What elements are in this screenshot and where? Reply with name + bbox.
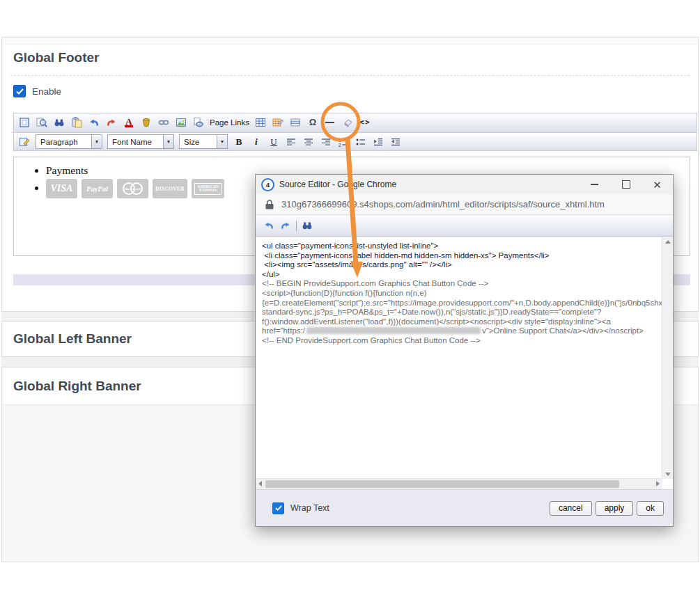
fullscreen-icon[interactable] bbox=[18, 116, 31, 129]
paragraph-dropdown[interactable]: Paragraph▼ bbox=[36, 134, 102, 149]
enable-checkbox-row[interactable]: Enable bbox=[13, 85, 61, 97]
scroll-left-arrow-icon[interactable] bbox=[258, 481, 262, 486]
chevron-down-icon[interactable]: ▼ bbox=[91, 135, 102, 148]
scroll-up-arrow-icon[interactable] bbox=[665, 240, 671, 244]
source-code-textarea[interactable]: <ul class="payment-icons list-unstyled l… bbox=[256, 237, 662, 479]
global-footer-title: Global Footer bbox=[13, 50, 100, 65]
dialog-buttons: cancelapplyok bbox=[550, 501, 664, 516]
global-left-banner-title: Global Left Banner bbox=[13, 331, 132, 347]
checkmark-icon bbox=[16, 88, 24, 95]
enable-checkbox[interactable] bbox=[13, 85, 26, 97]
window-title: Source Editor - Google Chrome bbox=[279, 180, 396, 189]
find-icon[interactable] bbox=[53, 116, 65, 129]
redacted-url bbox=[306, 327, 481, 334]
scroll-right-arrow-icon[interactable] bbox=[656, 481, 660, 486]
table-icon[interactable] bbox=[254, 116, 267, 129]
vertical-scrollbar[interactable] bbox=[662, 237, 673, 479]
image-icon[interactable] bbox=[175, 116, 187, 129]
italic-icon[interactable]: i bbox=[250, 136, 263, 148]
maximize-button[interactable] bbox=[610, 175, 641, 194]
enable-checkbox-label: Enable bbox=[32, 86, 61, 97]
source-code-icon[interactable]: <> bbox=[359, 116, 371, 129]
font-name-dropdown[interactable]: Font Name▼ bbox=[107, 134, 174, 149]
close-button[interactable]: ✕ bbox=[641, 175, 673, 194]
visa-card-badge: VISA bbox=[46, 179, 77, 198]
source-editor-footer: Wrap Text cancelapplyok bbox=[256, 489, 673, 526]
apply-button[interactable]: apply bbox=[596, 501, 634, 516]
source-editor-toolbar bbox=[256, 215, 673, 237]
global-right-banner-title: Global Right Banner bbox=[13, 379, 141, 394]
special-char-icon[interactable]: Ω bbox=[306, 116, 319, 129]
table-edit-icon[interactable] bbox=[272, 116, 284, 129]
code-line: </ul> bbox=[262, 270, 662, 280]
code-line: standard-sync.js?ps_h=POAB&ps_t="+Date.n… bbox=[262, 308, 662, 317]
dashed-separator bbox=[10, 75, 690, 76]
maximize-icon bbox=[622, 180, 630, 189]
code-line: <ul class="payment-icons list-unstyled l… bbox=[262, 241, 662, 251]
redo-icon[interactable] bbox=[105, 116, 118, 129]
wrap-text-label: Wrap Text bbox=[290, 503, 329, 513]
editor-toolbar-row-2: Paragraph▼Font Name▼Size▼BiU12 bbox=[13, 132, 697, 151]
underline-icon[interactable]: U bbox=[267, 136, 280, 148]
bold-icon[interactable]: B bbox=[233, 136, 245, 148]
eraser-icon[interactable] bbox=[341, 116, 354, 129]
code-line: <!-- BEGIN ProvideSupport.com Graphics C… bbox=[262, 279, 662, 289]
minimize-icon bbox=[591, 184, 598, 185]
svg-text:2: 2 bbox=[339, 142, 341, 147]
window-controls: ✕ bbox=[579, 175, 673, 194]
table-row-icon[interactable] bbox=[289, 116, 302, 129]
align-right-icon[interactable] bbox=[320, 136, 332, 148]
dropdown-label: Font Name bbox=[112, 138, 152, 146]
horizontal-scrollbar-thumb[interactable] bbox=[265, 480, 619, 488]
discover-card-badge: DISCOVER bbox=[153, 179, 187, 198]
ok-button[interactable]: ok bbox=[637, 501, 664, 516]
preview-icon[interactable] bbox=[36, 116, 48, 129]
link-icon[interactable] bbox=[157, 116, 170, 129]
code-line: {e=D.createElement("script");e.src="http… bbox=[262, 299, 662, 308]
lock-icon bbox=[265, 200, 274, 209]
redo-blue-icon[interactable] bbox=[279, 219, 292, 232]
page-links-label[interactable]: Page Links bbox=[210, 118, 249, 127]
outdent-icon[interactable] bbox=[389, 136, 402, 148]
font-color-icon[interactable]: A bbox=[123, 116, 135, 129]
find-icon[interactable] bbox=[301, 219, 313, 232]
undo-icon[interactable] bbox=[88, 116, 100, 129]
code-line: href="https:/v">Online Support Chat</a><… bbox=[262, 326, 662, 336]
cancel-button[interactable]: cancel bbox=[550, 501, 592, 516]
toolbar-separator bbox=[296, 221, 297, 231]
source-editor-favicon: 4 bbox=[261, 178, 274, 191]
horizontal-rule-icon[interactable] bbox=[324, 116, 336, 129]
highlight-icon[interactable] bbox=[140, 116, 153, 129]
card-top-strip bbox=[2, 38, 698, 45]
address-bar[interactable]: 310g67366699609.s4shops.com/admin/html_e… bbox=[256, 194, 673, 215]
code-line: <li class="payment-icons-label hidden-md… bbox=[262, 251, 662, 261]
amex-card-badge: AMERICANEXPRESS bbox=[192, 179, 224, 198]
mastercard-card-badge: MasterCard bbox=[117, 179, 148, 198]
horizontal-scrollbar[interactable] bbox=[256, 478, 662, 489]
indent-icon[interactable] bbox=[372, 136, 384, 148]
code-line: <script>(function(D){function f(){functi… bbox=[262, 289, 662, 299]
undo-blue-icon[interactable] bbox=[263, 219, 275, 232]
paypal-card-badge: PayPal bbox=[81, 179, 113, 198]
bullet-list-icon[interactable] bbox=[355, 136, 367, 148]
code-line: <!-- END ProvideSupport.com Graphics Cha… bbox=[262, 336, 662, 346]
checkmark-icon bbox=[275, 505, 282, 511]
edit-html-icon[interactable] bbox=[18, 136, 31, 148]
align-center-icon[interactable] bbox=[302, 136, 315, 148]
dropdown-label: Size bbox=[184, 138, 199, 146]
window-titlebar[interactable]: 4 Source Editor - Google Chrome ✕ bbox=[256, 175, 673, 194]
paste-icon[interactable] bbox=[70, 116, 83, 129]
minimize-button[interactable] bbox=[579, 175, 610, 194]
size-dropdown[interactable]: Size▼ bbox=[179, 134, 228, 149]
numbered-list-icon[interactable]: 12 bbox=[337, 136, 350, 148]
code-line: <li><img src="assets/images/cards.png" a… bbox=[262, 260, 662, 270]
svg-text:1: 1 bbox=[339, 137, 341, 142]
align-left-icon[interactable] bbox=[285, 136, 297, 148]
scroll-down-arrow-icon[interactable] bbox=[665, 473, 671, 476]
page-links-icon[interactable] bbox=[192, 116, 205, 129]
source-editor-window: 4 Source Editor - Google Chrome ✕ 310g67… bbox=[255, 174, 674, 527]
admin-settings-page: { "page": { "global_footer": {"title": "… bbox=[0, 0, 700, 602]
chevron-down-icon[interactable]: ▼ bbox=[217, 135, 227, 148]
chevron-down-icon[interactable]: ▼ bbox=[163, 135, 173, 148]
wrap-text-checkbox[interactable] bbox=[272, 502, 284, 514]
